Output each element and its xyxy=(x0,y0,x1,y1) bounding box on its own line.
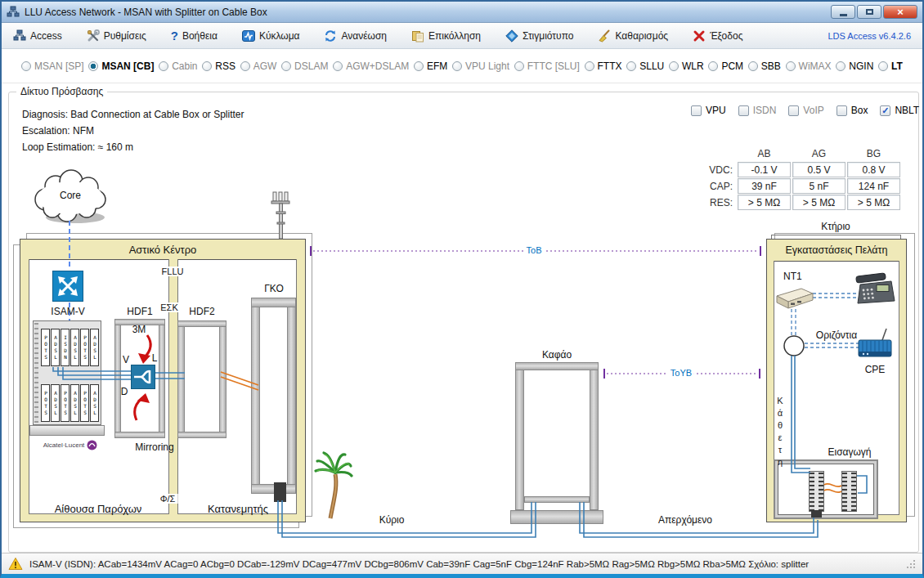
radio-sllu[interactable]: SLLU xyxy=(626,60,664,72)
entry-label: Εισαγωγή xyxy=(828,446,871,458)
terminal-strip-right xyxy=(841,471,857,512)
splitter-v-label: V xyxy=(123,354,129,365)
alcatel-logo-icon xyxy=(87,440,97,450)
resize-grip[interactable] xyxy=(906,559,916,569)
checkbox-isdn[interactable]: ISDN xyxy=(738,105,777,116)
vendor-logo: Alcatel·Lucent xyxy=(34,440,106,450)
radio-wimax[interactable]: WiMAX xyxy=(786,60,832,72)
app-icon xyxy=(7,6,20,19)
toolbar-clean[interactable]: Καθαρισμός xyxy=(598,29,668,43)
mirroring-label: Mirroring xyxy=(135,441,173,453)
hdf1-frame xyxy=(114,319,121,438)
entry-connector xyxy=(811,510,822,518)
close-icon: × xyxy=(897,7,904,17)
warning-icon xyxy=(8,557,23,571)
escalation-text: Escalation: NFM xyxy=(22,125,94,137)
circuit-icon xyxy=(242,29,255,43)
radio-rss[interactable]: RSS xyxy=(202,60,235,72)
room-left-label: Αίθουσα Παρόχων xyxy=(55,503,142,515)
status-bar: ISAM-V (ISDN): ACab=1434mV ACag=0 ACbg=0… xyxy=(2,553,922,574)
row-label-vdc: VDC: xyxy=(703,162,736,177)
nt1-device xyxy=(775,283,816,316)
checkbox-vpu[interactable]: VPU xyxy=(691,105,726,116)
radio-vpu-light[interactable]: VPU Light xyxy=(452,60,509,72)
kafao-label: Καφάο xyxy=(542,349,572,361)
app-version: LDS Access v6.4.2.6 xyxy=(828,31,912,41)
close-button[interactable]: × xyxy=(883,5,917,19)
radio-cabin[interactable]: Cabin xyxy=(159,60,197,72)
splitter-l-label: L xyxy=(152,352,158,364)
tools-icon xyxy=(87,29,100,43)
radio-efm[interactable]: EFM xyxy=(414,60,447,72)
checkbox-voip[interactable]: VoIP xyxy=(788,105,823,116)
help-icon: ? xyxy=(171,29,178,42)
toolbar-snapshot[interactable]: Στιγμιότυπο xyxy=(505,29,573,43)
toolbar: Access Ρυθμίσεις ? Βοήθεια Κύκλωμα xyxy=(2,23,922,49)
vertical-label: Κάθετη xyxy=(775,396,785,469)
cpe-router xyxy=(857,327,895,366)
radio-pcm[interactable]: PCM xyxy=(708,60,743,72)
hdf2-label: HDF2 xyxy=(189,306,214,317)
network-type-selector: MSAN [SP] MSAN [CB] Cabin RSS AGW DSLAM … xyxy=(2,49,922,83)
service-checkboxes: VPU ISDN VoIP Box ✓NBLT xyxy=(691,105,919,116)
radio-msan-sp[interactable]: MSAN [SP] xyxy=(21,60,84,72)
outgoing-cable-label: Απερχόμενο xyxy=(658,514,712,526)
app-window: LLU Access Network - MSAN with Splitter … xyxy=(0,0,924,578)
radio-lt[interactable]: LT xyxy=(878,60,903,72)
cap-bg: 124 nF xyxy=(847,178,900,194)
cap-ag: 5 nF xyxy=(792,178,846,194)
radio-fttx[interactable]: FTTX xyxy=(585,60,622,72)
radio-sbb[interactable]: SBB xyxy=(748,60,781,72)
splitter-icon xyxy=(131,365,155,392)
entry-box xyxy=(774,459,878,519)
maximize-button[interactable] xyxy=(857,5,881,19)
rack-rail xyxy=(34,323,38,423)
co-building-title: Αστικό Κέντρο xyxy=(20,240,305,260)
room-right-label: Κατανεμητής xyxy=(208,503,268,515)
res-ag: > 5 MΩ xyxy=(792,195,846,210)
minimize-icon xyxy=(840,14,847,16)
toolbar-exit[interactable]: Έξοδος xyxy=(693,29,742,43)
col-header-bg: BG xyxy=(847,146,900,161)
toolbar-settings[interactable]: Ρυθμίσεις xyxy=(87,29,146,43)
refresh-icon xyxy=(324,29,337,43)
toolbar-paste[interactable]: Επικόλληση xyxy=(411,29,481,43)
snapshot-icon xyxy=(505,29,518,43)
toolbar-refresh[interactable]: Ανανέωση xyxy=(324,29,387,43)
horizontal-label: Οριζόντια xyxy=(816,329,857,341)
radio-agw[interactable]: AGW xyxy=(240,60,277,72)
esk-label: ΕΣΚ xyxy=(158,302,180,312)
customer-building-title: Εγκαταστάσεις Πελάτη xyxy=(767,240,906,262)
col-header-ag: AG xyxy=(792,146,846,161)
phone-icon xyxy=(855,271,896,311)
radio-agw-dslam[interactable]: AGW+DSLAM xyxy=(333,60,409,72)
maximize-icon xyxy=(866,9,873,15)
rack-base xyxy=(29,425,105,436)
antenna-icon xyxy=(270,190,293,244)
radio-dslam[interactable]: DSLAM xyxy=(281,60,328,72)
core-label: Core xyxy=(60,190,81,201)
toyb-label: ToYB xyxy=(668,368,694,378)
nt1-label: NT1 xyxy=(783,271,802,282)
toolbar-circuit[interactable]: Κύκλωμα xyxy=(242,29,300,43)
kafao-base xyxy=(510,510,603,524)
gko-frame xyxy=(251,298,260,494)
radio-fttc-slu[interactable]: FTTC [SLU] xyxy=(514,60,580,72)
groupbox-title: Δίκτυο Πρόσβασης xyxy=(16,86,107,97)
hdf1-tag: 3M xyxy=(132,324,146,335)
splitter-d-label: D xyxy=(121,386,128,397)
checkbox-nblt[interactable]: ✓NBLT xyxy=(880,105,919,116)
toolbar-help[interactable]: ? Βοήθεια xyxy=(171,29,218,42)
status-text: ISAM-V (ISDN): ACab=1434mV ACag=0 ACbg=0… xyxy=(29,559,809,569)
fs-label: Φ/Σ xyxy=(158,494,178,504)
radio-wlr[interactable]: WLR xyxy=(669,60,704,72)
minimize-button[interactable] xyxy=(831,5,855,19)
building-label: Κτήριο xyxy=(821,221,850,232)
radio-ngin[interactable]: NGIN xyxy=(836,60,873,72)
hdf1-label: HDF1 xyxy=(127,306,152,317)
window-title: LLU Access Network - MSAN with Splitter … xyxy=(25,7,267,18)
title-bar[interactable]: LLU Access Network - MSAN with Splitter … xyxy=(2,2,922,23)
toolbar-access[interactable]: Access xyxy=(13,29,62,43)
checkbox-box[interactable]: Box xyxy=(837,105,868,116)
radio-msan-cb[interactable]: MSAN [CB] xyxy=(88,60,154,72)
